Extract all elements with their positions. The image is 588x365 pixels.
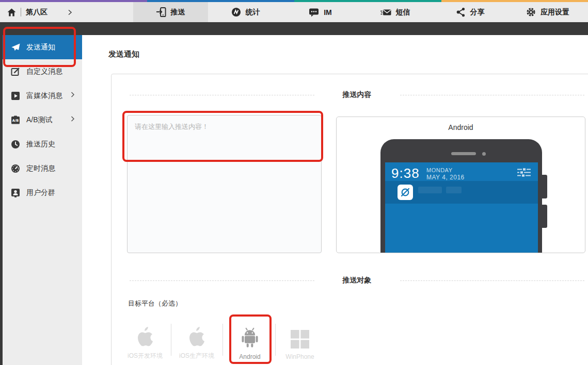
jpush-logo-icon bbox=[400, 187, 410, 197]
page-title: 发送通知 bbox=[108, 49, 139, 59]
target-platform-label: 目标平台（必选） bbox=[128, 299, 182, 308]
phone-camera bbox=[482, 152, 486, 156]
dashed-line bbox=[130, 95, 314, 95]
sidebar-item-label: 发送通知 bbox=[26, 43, 55, 52]
share-icon bbox=[456, 7, 466, 17]
chevron-right-icon bbox=[71, 116, 75, 122]
platform-label: Android bbox=[239, 353, 260, 360]
platform-ios-prod[interactable]: iOS生产环境 bbox=[172, 322, 221, 360]
section-label: 推送对象 bbox=[343, 276, 372, 285]
chevron-right-icon[interactable] bbox=[68, 9, 72, 15]
tab-im[interactable]: IM bbox=[283, 2, 358, 22]
tab-label: 推送 bbox=[171, 8, 185, 17]
sidebar-item-label: 推送历史 bbox=[26, 140, 55, 149]
sidebar-item-send-notification[interactable]: 发送通知 bbox=[3, 35, 82, 59]
android-icon bbox=[240, 327, 260, 349]
home-icon[interactable] bbox=[7, 8, 16, 16]
clock-icon bbox=[11, 139, 20, 150]
ab-test-icon: A/B bbox=[11, 115, 20, 125]
notification-ghost-text bbox=[446, 187, 462, 193]
phone-mockup: 9:38 MONDAY MAY 4, 2016 bbox=[380, 139, 542, 253]
notification-row bbox=[385, 181, 538, 204]
tab-push[interactable]: 推送 bbox=[133, 2, 208, 22]
tab-label: 分享 bbox=[470, 8, 485, 17]
sidebar-item-rich-media[interactable]: 富媒体消息 bbox=[3, 84, 82, 108]
platform-winphone[interactable]: WinPhone bbox=[275, 322, 325, 360]
tab-label: IM bbox=[324, 8, 332, 16]
tab-sms[interactable]: 短信 bbox=[358, 2, 433, 22]
sidebar: 发送通知 自定义消息 富媒体消息 A/B A/B测试 推送历史 bbox=[3, 35, 82, 365]
play-icon bbox=[11, 91, 20, 101]
push-form-card: 推送内容 Android 9:38 MONDAY MAY 4, 2016 bbox=[111, 74, 588, 365]
dark-toolbar bbox=[0, 22, 588, 35]
preview-time: 9:38 bbox=[391, 165, 420, 181]
mixer-settings-icon bbox=[517, 168, 531, 177]
preview-date: MAY 4, 2016 bbox=[426, 174, 465, 181]
sidebar-item-custom-message[interactable]: 自定义消息 bbox=[3, 59, 82, 84]
sidebar-item-label: 用户分群 bbox=[26, 188, 55, 197]
app-icon-tile bbox=[398, 185, 413, 200]
apple-icon bbox=[188, 327, 205, 347]
preview-weekday: MONDAY bbox=[426, 167, 452, 173]
platform-label: WinPhone bbox=[285, 353, 314, 360]
edit-icon bbox=[11, 67, 20, 77]
sidebar-item-label: 富媒体消息 bbox=[26, 91, 62, 101]
preview-platform-title: Android bbox=[337, 123, 585, 131]
platform-label: iOS生产环境 bbox=[179, 352, 214, 360]
sidebar-item-scheduled-message[interactable]: 定时消息 bbox=[3, 156, 82, 180]
svg-text:A/B: A/B bbox=[12, 119, 19, 123]
top-navbar: 第八区 推送 统计 IM 短信 bbox=[0, 2, 588, 22]
platform-ios-dev[interactable]: iOS开发环境 bbox=[120, 322, 170, 360]
dashed-line bbox=[400, 95, 585, 95]
platform-label: iOS开发环境 bbox=[128, 352, 163, 360]
stats-icon bbox=[231, 7, 241, 17]
sidebar-item-ab-test[interactable]: A/B A/B测试 bbox=[3, 108, 82, 132]
app-name: 第八区 bbox=[26, 8, 47, 17]
im-icon bbox=[309, 7, 319, 17]
sidebar-item-user-segment[interactable]: 用户分群 bbox=[3, 180, 82, 205]
paper-plane-icon bbox=[11, 42, 20, 53]
sidebar-item-label: 自定义消息 bbox=[26, 67, 62, 76]
section-push-content: 推送内容 bbox=[130, 88, 584, 102]
tab-stats[interactable]: 统计 bbox=[208, 2, 283, 22]
timer-icon bbox=[11, 163, 20, 174]
phone-screen: 9:38 MONDAY MAY 4, 2016 bbox=[385, 162, 538, 253]
notification-ghost-text bbox=[418, 187, 442, 193]
dashed-line bbox=[400, 280, 585, 281]
tab-label: 统计 bbox=[246, 8, 260, 17]
brand-divider bbox=[21, 8, 21, 16]
tab-label: 短信 bbox=[396, 8, 410, 17]
section-push-target: 推送对象 bbox=[130, 273, 584, 288]
push-content-input[interactable] bbox=[127, 115, 322, 253]
section-label: 推送内容 bbox=[343, 90, 372, 99]
platform-divider bbox=[171, 324, 171, 356]
phone-speaker bbox=[451, 152, 476, 155]
gear-icon bbox=[526, 7, 536, 17]
apple-icon bbox=[137, 327, 154, 347]
platform-divider bbox=[223, 324, 223, 356]
platform-android[interactable]: Android bbox=[225, 322, 275, 360]
sidebar-item-push-history[interactable]: 推送历史 bbox=[3, 132, 82, 156]
tab-app-settings[interactable]: 应用设置 bbox=[507, 2, 588, 22]
android-preview-panel: Android 9:38 MONDAY MAY 4, 2016 bbox=[336, 117, 585, 253]
windows-icon bbox=[291, 330, 309, 349]
push-icon bbox=[156, 7, 166, 17]
tab-share[interactable]: 分享 bbox=[433, 2, 507, 22]
dashed-line bbox=[130, 280, 314, 281]
sms-icon bbox=[380, 8, 391, 17]
users-icon bbox=[11, 188, 20, 198]
chevron-right-icon bbox=[71, 92, 75, 97]
app-switcher[interactable]: 第八区 bbox=[7, 2, 72, 22]
tab-label: 应用设置 bbox=[541, 8, 569, 17]
sidebar-item-label: 定时消息 bbox=[26, 164, 55, 173]
sidebar-item-label: A/B测试 bbox=[26, 115, 53, 125]
